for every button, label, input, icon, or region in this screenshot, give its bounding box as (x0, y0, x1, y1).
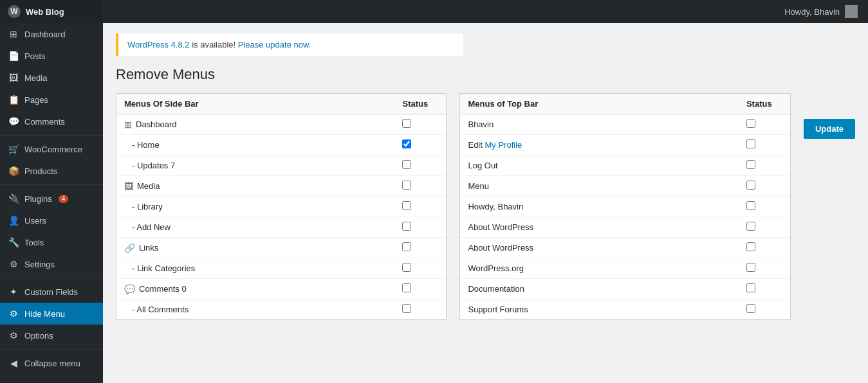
menu-label: - Add New (116, 217, 394, 238)
home-checkbox[interactable] (402, 139, 411, 148)
table-row: Log Out (460, 156, 790, 176)
table-row: 🖼 Media (116, 176, 446, 197)
about-wp2-checkbox[interactable] (746, 242, 755, 251)
sidebar-item-label: Comments (24, 117, 65, 127)
menu-status (739, 299, 790, 320)
links-checkbox[interactable] (402, 242, 411, 251)
table-row: - Link Categories (116, 258, 446, 279)
add-new-checkbox[interactable] (402, 222, 411, 231)
edit-profile-checkbox[interactable] (746, 139, 755, 148)
sidebar-item-label: Hide Menu (24, 309, 65, 319)
sidebar-item-products[interactable]: 📦 Products (0, 160, 103, 182)
menu-status (739, 238, 790, 258)
logout-checkbox[interactable] (746, 160, 755, 169)
menu-status (394, 217, 446, 238)
topbar-menus-table: Menus of Top Bar Status Bhavin Edit My P… (459, 93, 790, 320)
sidebar-item-pages[interactable]: 📋 Pages (0, 89, 103, 111)
menu-label: Howdy, Bhavin (460, 197, 738, 217)
howdy-bhavin-checkbox[interactable] (746, 201, 755, 210)
table-row: - Add New (116, 217, 446, 238)
topbar-greeting: Howdy, Bhavin (784, 7, 840, 17)
topbar-col1-header: Menus of Top Bar (460, 94, 738, 114)
posts-icon: 📄 (8, 50, 19, 62)
content-area: WordPress 4.8.2 is available! Please upd… (103, 23, 868, 383)
sidebar-item-options[interactable]: ⚙ Options (0, 325, 103, 346)
sidebar-item-posts[interactable]: 📄 Posts (0, 45, 103, 67)
all-comments-checkbox[interactable] (402, 304, 411, 313)
sidebar-item-comments[interactable]: 💬 Comments (0, 111, 103, 132)
comments-checkbox[interactable] (402, 283, 411, 292)
pages-icon: 📋 (8, 94, 19, 105)
sidebar-col2-header: Status (394, 94, 446, 114)
sidebar-item-label: WooCommerce (24, 145, 82, 154)
table-row: Menu (460, 176, 790, 197)
sidebar-item-woocommerce[interactable]: 🛒 WooCommerce (0, 138, 103, 160)
dashboard-checkbox[interactable] (402, 119, 411, 128)
table-row: Edit My Profile (460, 135, 790, 156)
menu-label: - Updates 7 (116, 156, 394, 176)
settings-icon: ⚙ (8, 258, 19, 270)
sidebar-item-media[interactable]: 🖼 Media (0, 67, 103, 89)
menu-status (739, 217, 790, 238)
sidebar-divider-3 (0, 278, 103, 278)
notice-middle-text: is available! (190, 40, 238, 49)
sidebar-item-plugins[interactable]: 🔌 Plugins 4 (0, 188, 103, 209)
dashboard-row-icon: ⊞ (124, 120, 132, 130)
menu-label: - All Comments (116, 299, 394, 320)
menu-label: Documentation (460, 279, 738, 299)
menu-label: About WordPress (460, 217, 738, 238)
wp-logo-icon: W (8, 5, 21, 18)
wp-org-checkbox[interactable] (746, 263, 755, 272)
sidebar-item-label: Users (24, 216, 46, 226)
user-avatar (845, 5, 858, 18)
menu-status (394, 176, 446, 197)
sidebar-item-label: Pages (24, 95, 48, 105)
sidebar-item-custom-fields[interactable]: ✦ Custom Fields (0, 281, 103, 303)
menu-label: ⊞ Dashboard (116, 114, 394, 135)
tables-wrapper: Menus Of Side Bar Status ⊞ Dashboard (116, 93, 855, 320)
sidebar-item-label: Dashboard (24, 30, 66, 39)
menu-status (739, 114, 790, 135)
sidebar-item-label: Collapse menu (24, 359, 80, 368)
sidebar-item-label: Products (24, 166, 57, 176)
media-checkbox[interactable] (402, 181, 411, 190)
sidebar-item-label: Tools (24, 238, 44, 247)
collapse-icon: ◀ (8, 357, 19, 369)
notice-link-update[interactable]: Please update now. (238, 40, 311, 49)
sidebar-item-label: Posts (24, 51, 46, 61)
sidebar: W Web Blog ⊞ Dashboard 📄 Posts 🖼 Media 📋… (0, 0, 103, 383)
menu-status (739, 135, 790, 156)
menu-status (394, 258, 446, 279)
sidebar-item-dashboard[interactable]: ⊞ Dashboard (0, 23, 103, 45)
menu-status (394, 299, 446, 320)
menu-label: 💬 Comments 0 (116, 279, 394, 299)
users-icon: 👤 (8, 215, 19, 226)
documentation-checkbox[interactable] (746, 283, 755, 292)
sidebar-header[interactable]: W Web Blog (0, 0, 103, 23)
bhavin-checkbox[interactable] (746, 119, 755, 128)
site-name: Web Blog (26, 7, 64, 17)
menu-checkbox[interactable] (746, 181, 755, 190)
menu-status (394, 135, 446, 156)
notice-link-wp[interactable]: WordPress 4.8.2 (127, 40, 190, 49)
sidebar-item-tools[interactable]: 🔧 Tools (0, 231, 103, 253)
updates-checkbox[interactable] (402, 160, 411, 169)
sidebar-item-settings[interactable]: ⚙ Settings (0, 253, 103, 275)
table-row: About WordPress (460, 238, 790, 258)
sidebar-item-collapse[interactable]: ◀ Collapse menu (0, 352, 103, 374)
about-wp1-checkbox[interactable] (746, 222, 755, 231)
menu-status (394, 238, 446, 258)
menu-label: - Library (116, 197, 394, 217)
menu-label: WordPress.org (460, 258, 738, 279)
table-row: Documentation (460, 279, 790, 299)
link-categories-checkbox[interactable] (402, 263, 411, 272)
library-checkbox[interactable] (402, 201, 411, 210)
plugins-badge: 4 (59, 195, 69, 203)
support-forums-checkbox[interactable] (746, 304, 755, 313)
menu-label: Bhavin (460, 114, 738, 135)
sidebar-item-users[interactable]: 👤 Users (0, 209, 103, 231)
menu-label: Support Forums (460, 299, 738, 320)
sidebar-item-hide-menu[interactable]: ⚙ Hide Menu (0, 303, 103, 325)
update-button[interactable]: Update (804, 119, 855, 139)
table-row: - Home (116, 135, 446, 156)
